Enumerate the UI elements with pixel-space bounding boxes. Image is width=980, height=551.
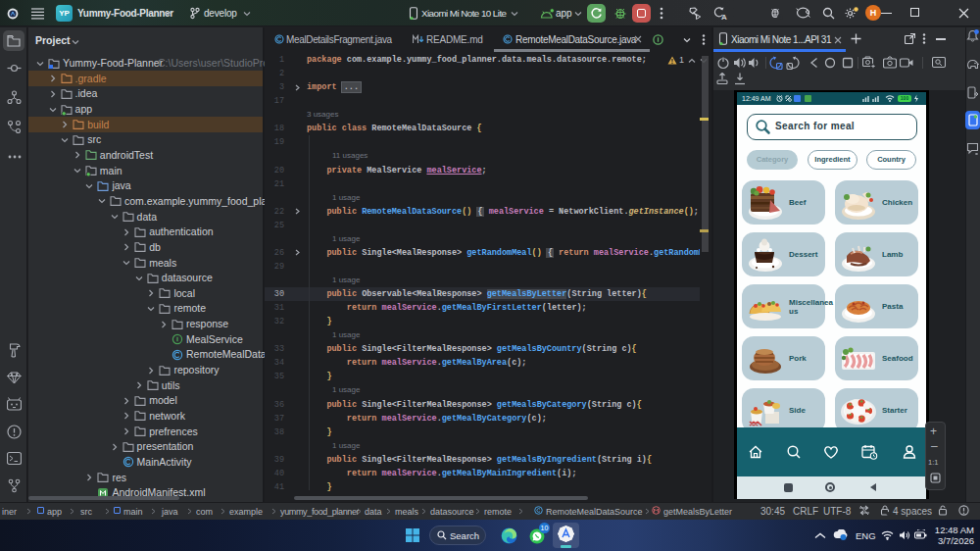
svg-text:A: A xyxy=(721,13,727,21)
